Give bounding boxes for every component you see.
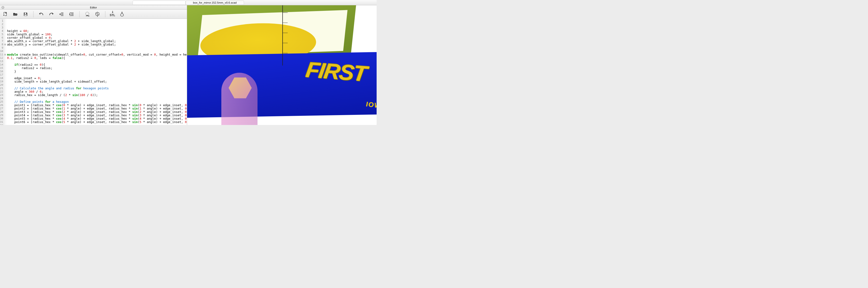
undo-button[interactable]	[38, 11, 44, 17]
code-editor[interactable]: 1234567891011121314151617181920212223242…	[0, 19, 187, 125]
svg-marker-26	[112, 12, 113, 13]
send-printer-button[interactable]	[119, 11, 125, 17]
svg-marker-27	[121, 13, 123, 16]
fold-gutter[interactable]: ⊟ ⊟	[4, 19, 6, 125]
open-file-button[interactable]	[12, 11, 19, 17]
z-axis	[282, 5, 283, 66]
svg-rect-4	[25, 13, 26, 14]
redo-button[interactable]	[48, 11, 55, 17]
preview-button[interactable]	[84, 11, 91, 17]
code-content[interactable]: ↩ height = 60;side_length_global = 100;c…	[6, 19, 187, 125]
close-panel-icon[interactable]: ✕	[1, 6, 4, 9]
new-file-button[interactable]	[2, 11, 9, 17]
editor-panel: ✕ Editor STL 123456789101112131415161718…	[0, 5, 187, 125]
svg-marker-12	[59, 13, 61, 15]
svg-marker-7	[52, 13, 54, 15]
editor-label: Editor	[90, 6, 97, 9]
editor-toolbar: STL	[0, 10, 187, 19]
save-file-button[interactable]	[22, 11, 29, 17]
svg-marker-17	[69, 13, 71, 15]
render-button[interactable]	[94, 11, 101, 17]
svg-marker-20	[88, 16, 89, 16]
svg-marker-29	[121, 12, 123, 13]
window-titlebar: box_for_mirror.152.5mm_v0.6.scad	[0, 0, 377, 5]
svg-rect-5	[24, 14, 27, 16]
editor-panel-title: ✕ Editor	[0, 5, 187, 10]
indent-button[interactable]	[68, 11, 75, 17]
unindent-button[interactable]	[58, 11, 65, 17]
svg-marker-6	[39, 13, 40, 15]
line-gutter: 1234567891011121314151617181920212223242…	[0, 19, 4, 125]
render-viewport[interactable]: FIRST IOWA	[187, 5, 377, 125]
tab-active[interactable]: box_for_mirror.152.5mm_v0.6.scad	[186, 0, 244, 5]
tab-inactive[interactable]	[133, 0, 186, 5]
toolbar-sep	[79, 11, 80, 17]
svg-point-18	[86, 12, 89, 15]
export-stl-button[interactable]: STL	[110, 11, 115, 17]
toolbar-sep	[105, 11, 105, 17]
scene-3d: FIRST IOWA	[187, 5, 377, 125]
